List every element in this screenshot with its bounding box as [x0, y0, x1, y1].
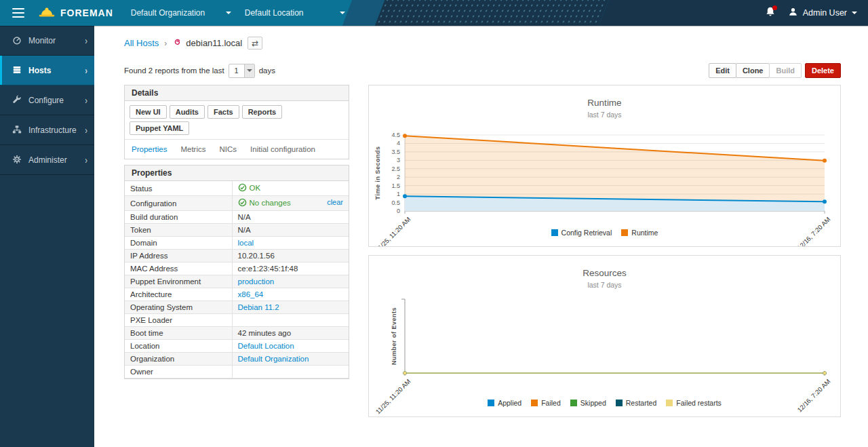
- tab-initial-configuration[interactable]: Initial configuration: [250, 145, 315, 153]
- table-row: Build durationN/A: [125, 211, 349, 224]
- legend-label: Failed: [541, 399, 561, 407]
- foreman-logo[interactable]: FOREMAN: [38, 5, 113, 21]
- runtime-chart: Runtimelast 7 days00.511.522.533.544.511…: [369, 85, 840, 246]
- table-row: OrganizationDefault Organization: [125, 353, 349, 366]
- sidebar-item-label: Hosts: [28, 66, 85, 75]
- property-label: Location: [125, 340, 232, 353]
- property-value: 42 minutes ago: [232, 327, 349, 340]
- server-icon: [12, 65, 22, 75]
- tab-metrics[interactable]: Metrics: [180, 145, 205, 153]
- legend-item-applied[interactable]: Applied: [488, 399, 521, 407]
- property-value: No changesclear: [232, 196, 349, 211]
- legend-item-restarted[interactable]: Restarted: [616, 399, 657, 407]
- menu-toggle-button[interactable]: [9, 4, 27, 22]
- reports-count-text: Found 2 reports from the last: [124, 66, 224, 75]
- property-value: Default Location: [232, 340, 349, 353]
- table-row: Owner: [125, 366, 349, 378]
- svg-text:last 7 days: last 7 days: [587, 111, 621, 119]
- org-dropdown[interactable]: Default Organization: [125, 0, 239, 26]
- table-row: Boot time42 minutes ago: [125, 327, 349, 340]
- property-value: 10.20.1.56: [232, 250, 349, 263]
- masthead: FOREMAN Default Organization Default Loc…: [0, 0, 868, 26]
- legend-item-config-retrieval[interactable]: Config Retrieval: [551, 229, 612, 237]
- user-menu[interactable]: Admin User: [788, 7, 857, 19]
- svg-text:3.5: 3.5: [391, 149, 400, 155]
- gauge-icon: [12, 35, 22, 45]
- sidebar-item-configure[interactable]: Configure ›: [0, 85, 94, 115]
- debian-os-icon: [172, 37, 182, 49]
- svg-text:Time in Seconds: Time in Seconds: [374, 147, 381, 200]
- legend-item-skipped[interactable]: Skipped: [570, 399, 606, 407]
- delete-button[interactable]: Delete: [805, 63, 841, 78]
- sidebar-item-infrastructure[interactable]: Infrastructure ›: [0, 115, 94, 145]
- legend-item-failed-restarts[interactable]: Failed restarts: [666, 399, 722, 407]
- clear-link[interactable]: clear: [327, 198, 343, 206]
- table-row: ConfigurationNo changesclear: [125, 196, 349, 211]
- table-row: Puppet Environmentproduction: [125, 275, 349, 288]
- sidebar-item-hosts[interactable]: Hosts ›: [0, 56, 94, 85]
- chevron-right-icon: ›: [85, 35, 87, 46]
- host-switcher-button[interactable]: ⇄: [248, 37, 262, 50]
- puppet-yaml-button[interactable]: Puppet YAML: [130, 121, 189, 135]
- legend-label: Restarted: [626, 399, 657, 407]
- location-link[interactable]: Default Location: [238, 342, 294, 350]
- tab-properties[interactable]: Properties: [132, 145, 167, 153]
- reports-days-text: days: [259, 66, 275, 75]
- breadcrumb-current: debian11.local: [172, 37, 242, 49]
- property-value: production: [232, 275, 349, 288]
- legend-item-failed[interactable]: Failed: [531, 399, 561, 407]
- property-label: Operating System: [125, 301, 232, 314]
- table-row: IP Address10.20.1.56: [125, 250, 349, 263]
- new-ui-button[interactable]: New UI: [130, 105, 167, 119]
- architecture-link[interactable]: x86_64: [238, 290, 264, 298]
- details-buttons: New UIAuditsFactsReportsPuppet YAML: [125, 101, 349, 140]
- legend-swatch: [570, 400, 577, 406]
- edit-button[interactable]: Edit: [709, 63, 736, 78]
- audits-button[interactable]: Audits: [170, 105, 205, 119]
- properties-table: StatusOKConfigurationNo changesclearBuil…: [125, 181, 349, 378]
- property-label: Organization: [125, 353, 232, 366]
- resources-chart: Resourceslast 7 days11/25, 11:20 AM12/16…: [369, 256, 840, 416]
- details-panel: Details New UIAuditsFactsReportsPuppet Y…: [124, 85, 349, 159]
- reports-bar: Found 2 reports from the last 1 days Edi…: [124, 63, 841, 78]
- sidebar-item-monitor[interactable]: Monitor ›: [0, 26, 94, 56]
- property-value: x86_64: [232, 288, 349, 301]
- property-value: Debian 11.2: [232, 301, 349, 314]
- runtime-chart-legend: Config RetrievalRuntime: [369, 229, 840, 237]
- brand-text: FOREMAN: [60, 7, 113, 18]
- sidebar-item-administer[interactable]: Administer ›: [0, 145, 94, 175]
- operating-system-link[interactable]: Debian 11.2: [238, 303, 279, 311]
- property-value: N/A: [232, 211, 349, 224]
- property-label: Status: [125, 181, 232, 196]
- details-tabs: PropertiesMetricsNICsInitial configurati…: [125, 140, 349, 159]
- table-row: Architecturex86_64: [125, 288, 349, 301]
- breadcrumb-all-hosts-link[interactable]: All Hosts: [124, 38, 159, 48]
- legend-swatch: [488, 400, 494, 406]
- domain-link[interactable]: local: [238, 239, 254, 247]
- chevron-right-icon: ›: [85, 125, 87, 136]
- table-row: LocationDefault Location: [125, 340, 349, 353]
- wrench-icon: [12, 95, 22, 105]
- facts-button[interactable]: Facts: [208, 105, 239, 119]
- legend-item-runtime[interactable]: Runtime: [621, 229, 658, 237]
- notifications-button[interactable]: [765, 6, 776, 20]
- organization-link[interactable]: Default Organization: [238, 355, 309, 363]
- table-row: MAC Addressce:e1:23:45:1f:48: [125, 263, 349, 275]
- reports-button[interactable]: Reports: [242, 105, 283, 119]
- sidebar-item-label: Configure: [28, 96, 85, 105]
- tab-nics[interactable]: NICs: [219, 145, 237, 153]
- svg-text:4: 4: [397, 140, 400, 147]
- svg-text:Runtime: Runtime: [587, 98, 621, 108]
- property-label: Owner: [125, 366, 232, 378]
- location-dropdown[interactable]: Default Location: [239, 0, 353, 26]
- property-value: OK: [232, 181, 349, 196]
- clone-button[interactable]: Clone: [736, 63, 770, 78]
- legend-swatch: [666, 400, 673, 406]
- property-label: Build duration: [125, 211, 232, 224]
- puppet-environment-link[interactable]: production: [238, 277, 275, 286]
- sidebar: Monitor › Hosts › Configure › Infrastruc…: [0, 26, 94, 447]
- legend-label: Applied: [498, 399, 521, 407]
- days-select[interactable]: 1: [229, 64, 255, 78]
- legend-label: Config Retrieval: [561, 229, 612, 237]
- sidebar-item-label: Infrastructure: [28, 125, 85, 135]
